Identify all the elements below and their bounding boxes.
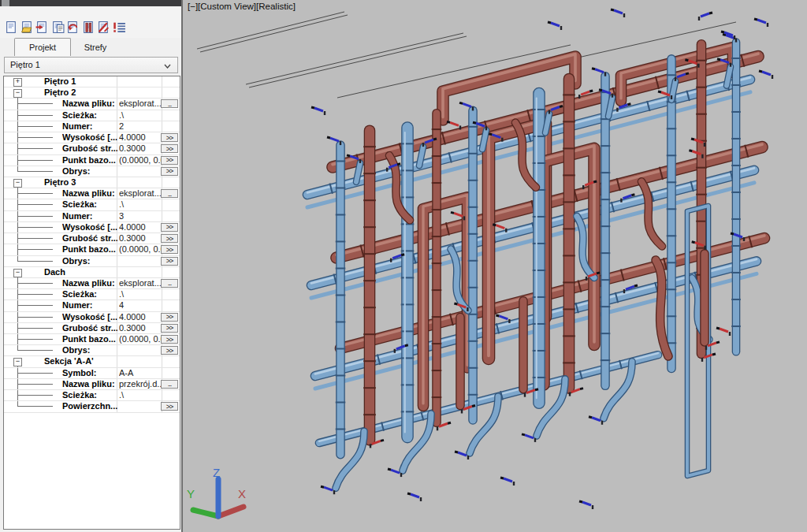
property-value[interactable]: .\: [119, 289, 161, 299]
section-label: Sekcja 'A-A': [44, 356, 94, 366]
property-label: Numer:: [62, 300, 93, 311]
viewport-view-control[interactable]: [Custom View]: [198, 2, 256, 11]
property-value[interactable]: eksplorat...: [119, 99, 161, 109]
3d-model-canvas[interactable]: ZXY: [183, 0, 807, 532]
property-row: Obrys:>>: [4, 256, 180, 267]
tree-branch-line: [17, 238, 53, 239]
property-value[interactable]: 4: [119, 300, 161, 311]
property-value[interactable]: 0.3000: [119, 143, 161, 154]
property-value[interactable]: (0.0000, 0.00: [119, 334, 161, 344]
tree-branch-line: [17, 350, 53, 351]
property-label: Nazwa pliku:: [62, 188, 115, 199]
property-value[interactable]: 4.0000: [119, 132, 161, 143]
property-row: Wysokość [...4.0000>>: [4, 132, 180, 143]
property-value[interactable]: 2: [119, 121, 161, 132]
property-row: Scieżka:.\: [4, 390, 180, 401]
property-value[interactable]: eksplorat...: [119, 188, 161, 199]
property-label: Symbol:: [62, 368, 96, 378]
property-row: Powierzchn...>>: [4, 401, 180, 412]
expand-editor-button[interactable]: >>: [161, 324, 178, 333]
property-row: Nazwa pliku:przekrój.d......: [4, 379, 180, 390]
tree-branch-line: [17, 294, 53, 295]
property-value[interactable]: .\: [119, 110, 161, 121]
property-row: Nazwa pliku:eksplorat......: [4, 278, 180, 289]
delete-storey-icon[interactable]: [97, 20, 110, 34]
property-label: Powierzchn...: [62, 401, 117, 411]
expand-editor-button[interactable]: >>: [161, 257, 178, 266]
browse-button[interactable]: ...: [161, 189, 178, 198]
collapse-toggle-icon[interactable]: −: [13, 269, 22, 277]
browse-button[interactable]: ...: [161, 279, 178, 288]
property-value[interactable]: A-A: [119, 368, 161, 378]
project-checklist-icon[interactable]: [113, 20, 126, 34]
panel-divider[interactable]: [181, 0, 183, 532]
expand-editor-button[interactable]: >>: [161, 144, 178, 153]
tree-branch-line: [17, 406, 53, 407]
property-row: Scieżka:.\: [4, 199, 180, 210]
tab-projekt[interactable]: Projekt: [14, 38, 71, 56]
property-value[interactable]: .\: [119, 199, 161, 210]
drawing-viewport[interactable]: ZXY [−][Custom View][Realistic]: [183, 0, 807, 532]
browse-button[interactable]: ...: [161, 99, 178, 108]
expand-editor-button[interactable]: >>: [161, 402, 178, 411]
import-storey-icon[interactable]: [35, 20, 49, 34]
tree-section-row[interactable]: −Dach: [4, 267, 180, 278]
property-value[interactable]: eksplorat...: [119, 278, 161, 288]
property-value[interactable]: 4.0000: [119, 222, 161, 233]
property-value[interactable]: (0.0000, 0.00: [119, 155, 161, 166]
expand-editor-button[interactable]: >>: [161, 234, 178, 243]
property-value[interactable]: .\: [119, 390, 161, 400]
tree-branch-line: [17, 249, 53, 250]
property-label: Punkt bazo...: [62, 334, 116, 344]
browse-button[interactable]: ...: [161, 380, 178, 389]
new-project-icon[interactable]: [5, 20, 18, 34]
property-value[interactable]: (0.0000, 0.00: [119, 244, 161, 255]
tree-branch-line: [17, 204, 53, 205]
property-label: Punkt bazo...: [62, 244, 116, 255]
tab-strefy[interactable]: Strefy: [73, 39, 118, 56]
tree-branch-line: [17, 395, 53, 396]
expand-editor-button[interactable]: >>: [161, 133, 178, 142]
tree-branch-line: [17, 126, 53, 127]
property-row: Grubość str...0.3000>>: [4, 143, 180, 154]
export-storey-icon[interactable]: [66, 20, 80, 34]
property-row: Grubość str...0.3000>>: [4, 233, 180, 244]
tree-section-row[interactable]: −Piętro 3: [4, 177, 180, 188]
viewport-visual-style-control[interactable]: [Realistic]: [256, 2, 296, 11]
property-row: Numer:4: [4, 300, 180, 311]
viewport-minimize-control[interactable]: [−]: [188, 2, 198, 11]
building-storeys-icon[interactable]: [82, 20, 95, 34]
expand-editor-button[interactable]: >>: [161, 346, 178, 355]
property-value[interactable]: 0.3000: [119, 233, 161, 244]
property-row: Symbol:A-A: [4, 368, 180, 379]
tree-branch-line: [17, 317, 53, 318]
tree-section-row[interactable]: −Piętro 2: [4, 87, 180, 99]
copy-storey-icon[interactable]: [51, 20, 65, 34]
axis-y-label: Y: [187, 487, 195, 500]
property-row: Nazwa pliku:eksplorat......: [4, 188, 180, 199]
property-label: Wysokość [...: [62, 132, 117, 143]
viewport-controls: [−][Custom View][Realistic]: [188, 2, 296, 11]
expand-editor-button[interactable]: >>: [161, 167, 178, 176]
tree-section-row[interactable]: +Piętro 1: [4, 76, 180, 87]
expand-editor-button[interactable]: >>: [161, 335, 178, 344]
property-value[interactable]: 0.3000: [119, 323, 161, 333]
property-value[interactable]: 4.0000: [119, 312, 161, 322]
expand-editor-button[interactable]: >>: [161, 223, 178, 232]
property-row: Scieżka:.\: [4, 110, 180, 121]
collapse-toggle-icon[interactable]: −: [13, 179, 22, 188]
project-manager-panel: Projekt Strefy Piętro 1 +Piętro 1−Piętro…: [0, 0, 183, 532]
tree-section-row[interactable]: −Sekcja 'A-A': [4, 356, 180, 367]
expand-toggle-icon[interactable]: +: [13, 78, 22, 87]
property-label: Scieżka:: [62, 289, 97, 299]
property-value[interactable]: przekrój.d...: [119, 379, 161, 389]
expand-editor-button[interactable]: >>: [161, 156, 178, 165]
collapse-toggle-icon[interactable]: −: [13, 89, 22, 98]
property-value[interactable]: 3: [119, 211, 161, 221]
expand-editor-button[interactable]: >>: [161, 313, 178, 322]
collapse-toggle-icon[interactable]: −: [13, 358, 22, 366]
floor-selector-dropdown[interactable]: Piętro 1: [4, 57, 178, 73]
open-project-icon[interactable]: [20, 20, 34, 34]
expand-editor-button[interactable]: >>: [161, 245, 178, 254]
tree-branch-line: [17, 373, 53, 374]
